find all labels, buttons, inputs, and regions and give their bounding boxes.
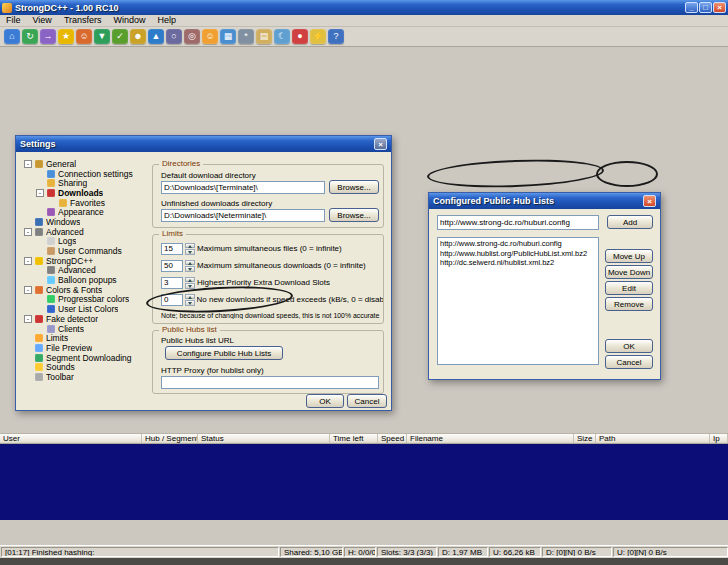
shutdown-icon[interactable]: ● — [292, 29, 308, 44]
quick-connect-icon[interactable]: ⚡ — [310, 29, 326, 44]
help-icon[interactable]: ? — [328, 29, 344, 44]
spin-up-icon[interactable] — [185, 277, 195, 283]
finished-uploads-icon[interactable]: ▲ — [148, 29, 164, 44]
column-header[interactable]: Speed — [378, 434, 407, 443]
expander-icon[interactable] — [24, 160, 32, 168]
spin-up-icon[interactable] — [185, 294, 195, 300]
column-header[interactable]: Hub / Segments — [142, 434, 198, 443]
tree-item[interactable]: Limits — [22, 333, 150, 343]
hublist-url-input[interactable] — [437, 215, 599, 230]
favorite-hubs-icon[interactable]: ★ — [58, 29, 74, 44]
browse-default-button[interactable]: Browse... — [329, 180, 379, 194]
column-header[interactable]: User — [0, 434, 142, 443]
settings-ok-button[interactable]: OK — [306, 394, 344, 408]
unfinished-dir-input[interactable] — [161, 209, 325, 222]
waiting-users-icon[interactable]: ☻ — [130, 29, 146, 44]
spin-down-icon[interactable] — [185, 283, 195, 289]
menu-item[interactable]: Transfers — [58, 15, 108, 26]
tree-item[interactable]: Progressbar colors — [22, 295, 150, 305]
hublists-close-icon[interactable]: × — [643, 195, 656, 207]
spin-down-icon[interactable] — [185, 300, 195, 306]
menu-item[interactable]: Help — [152, 15, 183, 26]
spinner-buttons[interactable] — [185, 294, 195, 306]
favorite-users-icon[interactable]: ☺ — [76, 29, 92, 44]
adl-search-icon[interactable]: ◎ — [184, 29, 200, 44]
finished-downloads-icon[interactable]: ✓ — [112, 29, 128, 44]
column-header[interactable]: Time left — [330, 434, 378, 443]
tree-item[interactable]: Advanced — [22, 227, 150, 237]
tree-item[interactable]: General — [22, 159, 150, 169]
hublist-item[interactable]: http://dc.selwerd.nl/hublist.xml.bz2 — [438, 258, 598, 268]
column-header[interactable]: Ip — [710, 434, 728, 443]
expander-icon[interactable] — [24, 228, 32, 236]
tree-item[interactable]: Appearance — [22, 207, 150, 217]
column-header[interactable]: Filename — [407, 434, 574, 443]
follow-redirect-icon[interactable]: → — [40, 29, 56, 44]
spinner-buttons[interactable] — [185, 260, 195, 272]
limit-value-input[interactable] — [161, 243, 183, 255]
column-header[interactable]: Path — [596, 434, 710, 443]
settings-icon[interactable]: * — [238, 29, 254, 44]
default-dir-input[interactable] — [161, 181, 325, 194]
tree-item[interactable]: Balloon popups — [22, 275, 150, 285]
tree-item[interactable]: File Preview — [22, 343, 150, 353]
menu-item[interactable]: Window — [108, 15, 152, 26]
expander-icon[interactable] — [24, 286, 32, 294]
limit-value-input[interactable] — [161, 294, 183, 306]
maximize-button[interactable]: □ — [699, 2, 712, 13]
hublists-titlebar[interactable]: Configured Public Hub Lists × — [429, 193, 660, 209]
hublist-listbox[interactable]: http://www.strong-dc.ro/huburi.config ht… — [437, 237, 599, 365]
tree-item[interactable]: StrongDC++ — [22, 256, 150, 266]
spinner-buttons[interactable] — [185, 277, 195, 289]
spin-up-icon[interactable] — [185, 243, 195, 249]
spin-down-icon[interactable] — [185, 266, 195, 272]
away-icon[interactable]: ☾ — [274, 29, 290, 44]
close-button[interactable]: × — [713, 2, 726, 13]
spinner-buttons[interactable] — [185, 243, 195, 255]
tree-item[interactable]: Toolbar — [22, 372, 150, 382]
tree-item[interactable]: Logs — [22, 237, 150, 247]
tree-item[interactable]: User List Colors — [22, 304, 150, 314]
hublist-item[interactable]: http://www.hublist.org/PublicHubList.xml… — [438, 249, 598, 259]
network-stats-icon[interactable]: ▦ — [220, 29, 236, 44]
limit-value-input[interactable] — [161, 277, 183, 289]
spin-up-icon[interactable] — [185, 260, 195, 266]
http-proxy-input[interactable] — [161, 376, 379, 389]
public-hubs-icon[interactable]: ⌂ — [4, 29, 20, 44]
expander-icon[interactable] — [24, 315, 32, 323]
notepad-icon[interactable]: ▤ — [256, 29, 272, 44]
browse-unfinished-button[interactable]: Browse... — [329, 208, 379, 222]
move-down-button[interactable]: Move Down — [605, 265, 653, 279]
tree-item[interactable]: Advanced — [22, 266, 150, 276]
tree-item[interactable]: Fake detector — [22, 314, 150, 324]
tree-item[interactable]: Connection settings — [22, 169, 150, 179]
tree-item[interactable]: Favorites — [22, 198, 150, 208]
tree-item[interactable]: Colors & Fonts — [22, 285, 150, 295]
column-header[interactable]: Status — [198, 434, 330, 443]
download-queue-icon[interactable]: ▼ — [94, 29, 110, 44]
minimize-button[interactable]: _ — [685, 2, 698, 13]
hublists-cancel-button[interactable]: Cancel — [605, 355, 653, 369]
column-header[interactable]: Size — [574, 434, 596, 443]
settings-titlebar[interactable]: Settings × — [16, 136, 391, 152]
add-button[interactable]: Add — [607, 215, 653, 229]
hublist-item[interactable]: http://www.strong-dc.ro/huburi.config — [438, 239, 598, 249]
search-spy-icon[interactable]: ☺ — [202, 29, 218, 44]
tree-item[interactable]: Sharing — [22, 178, 150, 188]
tree-item[interactable]: Windows — [22, 217, 150, 227]
expander-icon[interactable] — [36, 189, 44, 197]
tree-item[interactable]: Downloads — [22, 188, 150, 198]
menu-item[interactable]: File — [0, 15, 27, 26]
expander-icon[interactable] — [24, 257, 32, 265]
titlebar[interactable]: StrongDC++ - 1.00 RC10 _ □ × — [0, 0, 728, 15]
search-icon[interactable]: ○ — [166, 29, 182, 44]
tree-item[interactable]: Clients — [22, 324, 150, 334]
limit-value-input[interactable] — [161, 260, 183, 272]
tree-item[interactable]: Sounds — [22, 362, 150, 372]
reconnect-icon[interactable]: ↻ — [22, 29, 38, 44]
spin-down-icon[interactable] — [185, 249, 195, 255]
settings-close-icon[interactable]: × — [374, 138, 387, 150]
remove-button[interactable]: Remove — [605, 297, 653, 311]
menu-item[interactable]: View — [27, 15, 58, 26]
configure-public-hub-lists-button[interactable]: Configure Public Hub Lists — [165, 346, 283, 360]
